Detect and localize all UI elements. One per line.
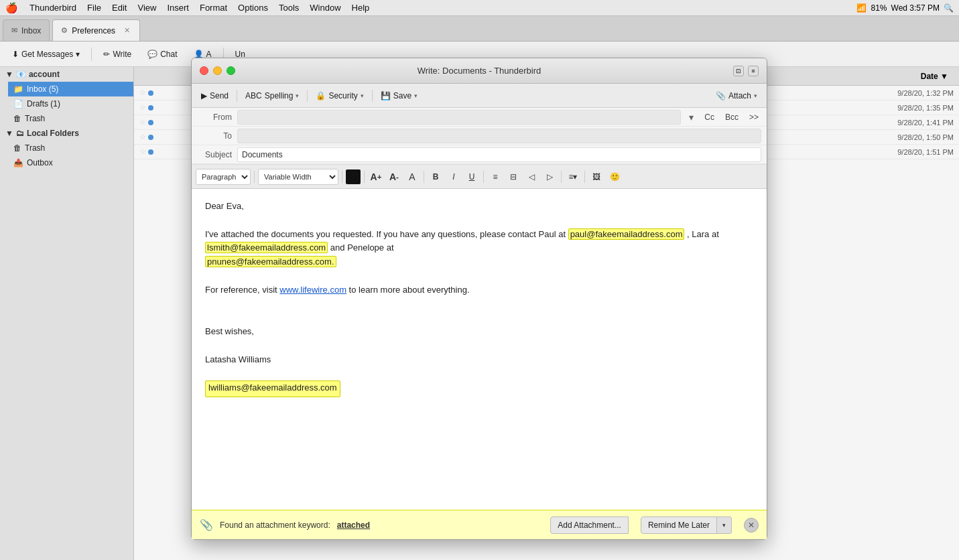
emoji-button[interactable]: 🙂	[606, 169, 623, 185]
star-icon[interactable]: ☆	[139, 118, 146, 127]
subject-input[interactable]	[237, 147, 761, 162]
drafts-folder-icon: 📄	[13, 99, 23, 109]
more-button[interactable]: >>	[747, 111, 761, 123]
indent-button[interactable]: ▷	[541, 169, 558, 185]
remind-later-button[interactable]: Remind Me Later	[641, 516, 717, 534]
spelling-icon: ABC	[245, 91, 262, 100]
menu-thunderbird[interactable]: Thunderbird	[25, 1, 81, 14]
send-button[interactable]: ▶ Send	[196, 87, 234, 104]
compose-toolbar: ▶ Send ABC Spelling ▾ 🔒 Security ▾ 💾 Sav…	[192, 84, 767, 108]
to-input[interactable]	[237, 129, 761, 143]
star-icon[interactable]: ☆	[139, 133, 146, 141]
menu-window[interactable]: Window	[305, 1, 345, 14]
trash-icon: 🗑	[13, 114, 21, 123]
insert-image-button[interactable]: 🖼	[588, 169, 604, 185]
reset-font-button[interactable]: A	[404, 169, 420, 185]
numbered-list-button[interactable]: ⊟	[505, 169, 521, 185]
local-folder-icon: 🗂	[16, 129, 24, 138]
account-label: account	[29, 70, 60, 79]
text-color-button[interactable]	[346, 169, 361, 184]
star-icon[interactable]: ☆	[139, 103, 146, 112]
tab-inbox[interactable]: ✉ Inbox	[3, 19, 50, 41]
write-button[interactable]: ✏ Write	[97, 45, 138, 64]
attach-button[interactable]: 📎 Attach ▾	[710, 87, 763, 104]
underline-button[interactable]: U	[464, 169, 480, 185]
italic-button[interactable]: I	[446, 169, 462, 185]
local-folders-header[interactable]: ▼ 🗂 Local Folders	[0, 126, 133, 141]
window-close-button[interactable]	[200, 66, 208, 75]
menu-file[interactable]: File	[82, 1, 106, 14]
font-select[interactable]: Variable Width	[258, 169, 338, 185]
local-triangle: ▼	[5, 129, 13, 138]
signature-email[interactable]: lwilliams@fakeemailaddress.com	[205, 380, 340, 397]
sidebar-item-outbox[interactable]: 📤 Outbox	[8, 155, 133, 170]
sidebar-item-trash[interactable]: 🗑 Trash	[8, 111, 133, 126]
email-link-1[interactable]: paul@fakeemailaddress.com	[568, 228, 685, 240]
drafts-label: Drafts (1)	[27, 99, 60, 109]
account-header[interactable]: ▼ 📧 account	[0, 67, 133, 82]
greeting-text: Dear Eva,	[205, 200, 753, 214]
col-date-header[interactable]: Date ▼	[853, 72, 954, 81]
closing-text: Best wishes,	[205, 325, 753, 339]
sidebar-item-drafts[interactable]: 📄 Drafts (1)	[8, 96, 133, 111]
window-minimize-button[interactable]	[213, 66, 222, 75]
bullet-list-button[interactable]: ≡	[487, 169, 503, 185]
get-messages-icon: ⬇	[12, 50, 19, 59]
window-options-button[interactable]: ≡	[748, 66, 759, 76]
outdent-button[interactable]: ◁	[523, 169, 539, 185]
menu-format[interactable]: Format	[195, 1, 232, 14]
security-dropdown-icon[interactable]: ▾	[361, 92, 364, 99]
compose-body[interactable]: Dear Eva, I've attached the documents yo…	[192, 189, 767, 510]
chat-button[interactable]: 💬 Chat	[141, 45, 184, 64]
tab-preferences[interactable]: ⚙ Preferences ✕	[52, 19, 140, 41]
attachment-keyword[interactable]: attached	[337, 520, 370, 530]
decrease-font-button[interactable]: A-	[386, 169, 402, 185]
toolbar-sep	[372, 90, 373, 102]
bold-button[interactable]: B	[428, 169, 444, 185]
spelling-dropdown-icon[interactable]: ▾	[296, 92, 299, 99]
add-attachment-button[interactable]: Add Attachment...	[550, 516, 629, 534]
menu-view[interactable]: View	[133, 1, 161, 14]
bcc-button[interactable]: Bcc	[722, 111, 741, 123]
get-messages-dropdown-arrow[interactable]: ▾	[76, 50, 80, 59]
menu-help[interactable]: Help	[347, 1, 375, 14]
lifewire-link[interactable]: www.lifewire.com	[279, 285, 346, 295]
menu-edit[interactable]: Edit	[107, 1, 131, 14]
menu-insert[interactable]: Insert	[162, 1, 194, 14]
remind-later-dropdown[interactable]: ▾	[717, 516, 732, 534]
star-icon[interactable]: ☆	[139, 147, 146, 156]
increase-font-button[interactable]: A+	[368, 169, 384, 185]
account-icon: 📧	[16, 70, 26, 79]
star-icon[interactable]: ☆	[139, 88, 146, 97]
sidebar-item-inbox[interactable]: 📁 Inbox (5)	[8, 82, 133, 96]
row-icons: ☆	[139, 118, 180, 127]
align-button[interactable]: ≡▾	[565, 169, 581, 185]
menu-options[interactable]: Options	[233, 1, 273, 14]
attachment-bar-close-button[interactable]: ✕	[744, 518, 759, 533]
menu-tools[interactable]: Tools	[274, 1, 304, 14]
attach-dropdown-icon[interactable]: ▾	[754, 92, 757, 99]
paragraph-style-select[interactable]: Paragraph	[196, 169, 251, 185]
tab-close-button[interactable]: ✕	[122, 26, 131, 36]
format-sep	[364, 171, 365, 183]
window-resize-button[interactable]: ⊡	[733, 66, 744, 76]
window-maximize-button[interactable]	[227, 66, 235, 75]
email-link-3[interactable]: pnunes@fakeemailaddress.com.	[205, 256, 336, 267]
security-button[interactable]: 🔒 Security ▾	[310, 87, 369, 104]
cc-button[interactable]: Cc	[702, 111, 717, 123]
from-input[interactable]	[237, 110, 681, 125]
save-dropdown-icon[interactable]: ▾	[414, 92, 418, 99]
local-trash-label: Trash	[25, 143, 45, 153]
sidebar-item-local-trash[interactable]: 🗑 Trash	[8, 141, 133, 155]
get-messages-button[interactable]: ⬇ Get Messages ▾	[5, 45, 86, 64]
search-icon[interactable]: 🔍	[944, 3, 954, 13]
tab-inbox-label: Inbox	[21, 26, 41, 36]
from-expand-btn[interactable]: ▾	[686, 111, 696, 124]
format-sep	[483, 171, 484, 183]
apple-icon[interactable]: 🍎	[5, 2, 18, 14]
row-date: 9/28/20, 1:32 PM	[853, 89, 954, 97]
save-button[interactable]: 💾 Save ▾	[375, 87, 423, 104]
spelling-button[interactable]: ABC Spelling ▾	[240, 87, 304, 104]
email-link-2[interactable]: lsmith@fakeemailaddress.com	[205, 242, 328, 253]
attachment-message: Found an attachment keyword:	[220, 520, 330, 530]
